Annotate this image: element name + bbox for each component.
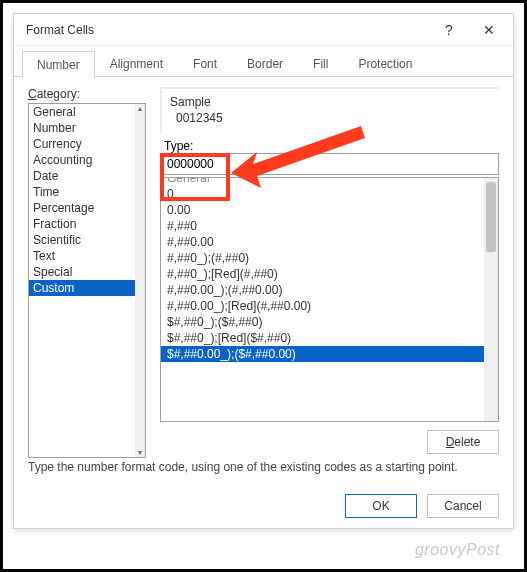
- category-item[interactable]: General: [29, 104, 135, 120]
- tab-bar: NumberAlignmentFontBorderFillProtection: [14, 46, 513, 77]
- tab-number[interactable]: Number: [22, 51, 95, 78]
- format-item[interactable]: #,##0_);[Red](#,##0): [161, 266, 484, 282]
- hint-text: Type the number format code, using one o…: [28, 458, 499, 478]
- tab-protection[interactable]: Protection: [343, 50, 427, 77]
- sample-value: 0012345: [170, 111, 491, 125]
- format-item[interactable]: #,##0: [161, 218, 484, 234]
- sample-label: Sample: [170, 95, 491, 109]
- category-item[interactable]: Fraction: [29, 216, 135, 232]
- format-item[interactable]: 0: [161, 186, 484, 202]
- window-title: Format Cells: [26, 23, 94, 37]
- type-input[interactable]: [160, 153, 499, 175]
- scrollbar[interactable]: [484, 178, 498, 421]
- watermark: groovyPost: [415, 541, 500, 559]
- scroll-down-icon[interactable]: ▾: [138, 448, 142, 457]
- format-item[interactable]: $#,##0_);($#,##0): [161, 314, 484, 330]
- type-label: Type:: [160, 139, 499, 153]
- cancel-button[interactable]: Cancel: [427, 494, 499, 518]
- category-item[interactable]: Text: [29, 248, 135, 264]
- sample-group: Sample 0012345: [160, 87, 499, 133]
- category-item[interactable]: Special: [29, 264, 135, 280]
- category-item[interactable]: Accounting: [29, 152, 135, 168]
- category-item[interactable]: Date: [29, 168, 135, 184]
- format-item[interactable]: $#,##0.00_);($#,##0.00): [161, 346, 484, 362]
- category-item[interactable]: Time: [29, 184, 135, 200]
- format-item[interactable]: #,##0_);(#,##0): [161, 250, 484, 266]
- ok-button[interactable]: OK: [345, 494, 417, 518]
- help-button[interactable]: ?: [429, 16, 469, 44]
- format-item[interactable]: #,##0.00_);[Red](#,##0.00): [161, 298, 484, 314]
- format-item[interactable]: General: [161, 178, 484, 186]
- tab-alignment[interactable]: Alignment: [95, 50, 178, 77]
- tab-font[interactable]: Font: [178, 50, 232, 77]
- category-listbox[interactable]: GeneralNumberCurrencyAccountingDateTimeP…: [28, 103, 146, 458]
- tab-fill[interactable]: Fill: [298, 50, 343, 77]
- scroll-up-icon[interactable]: ▴: [138, 104, 142, 113]
- category-item[interactable]: Scientific: [29, 232, 135, 248]
- category-item[interactable]: Custom: [29, 280, 135, 296]
- format-item[interactable]: #,##0.00: [161, 234, 484, 250]
- delete-button[interactable]: Delete: [427, 430, 499, 454]
- format-cells-dialog: Format Cells ? ✕ NumberAlignmentFontBord…: [13, 13, 514, 529]
- category-label: Category:: [28, 87, 146, 101]
- tab-border[interactable]: Border: [232, 50, 298, 77]
- close-button[interactable]: ✕: [469, 16, 509, 44]
- category-item[interactable]: Percentage: [29, 200, 135, 216]
- category-item[interactable]: Currency: [29, 136, 135, 152]
- format-item[interactable]: #,##0.00_);(#,##0.00): [161, 282, 484, 298]
- format-listbox[interactable]: General00.00#,##0#,##0.00#,##0_);(#,##0)…: [160, 177, 499, 422]
- format-item[interactable]: $#,##0_);[Red]($#,##0): [161, 330, 484, 346]
- scrollbar[interactable]: ▴ ▾: [135, 104, 145, 457]
- titlebar: Format Cells ? ✕: [14, 14, 513, 46]
- category-item[interactable]: Number: [29, 120, 135, 136]
- format-item[interactable]: 0.00: [161, 202, 484, 218]
